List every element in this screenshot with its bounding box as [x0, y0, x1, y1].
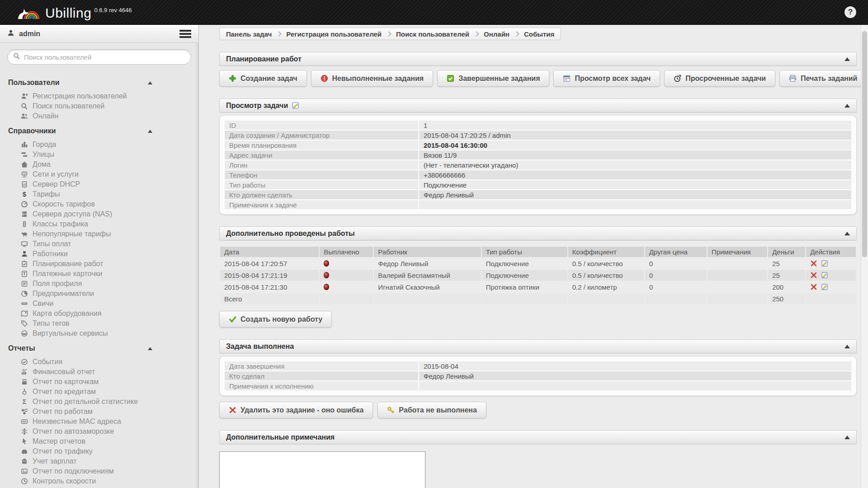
- works-cell: Протяжка оптики: [482, 282, 567, 292]
- planning-toolbar: Создание задачНевыполненные заданияЗавер…: [219, 70, 857, 87]
- sidebar-item[interactable]: Онлайн: [21, 111, 191, 121]
- delete-work-icon[interactable]: [810, 260, 817, 267]
- works-cell: 2015-08-04 17:21:30: [220, 282, 319, 292]
- breadcrumb-item[interactable]: Поиск пользователей: [392, 30, 474, 38]
- sidebar-item[interactable]: Поля профиля: [21, 279, 191, 289]
- sidebar-item[interactable]: Типы тегов: [21, 319, 191, 328]
- sidebar-item[interactable]: Улицы: [21, 150, 191, 160]
- edit-work-icon[interactable]: [821, 283, 828, 291]
- section-collapse-icon[interactable]: [148, 81, 152, 84]
- sidebar-item[interactable]: Отчет по работам: [21, 407, 191, 417]
- sidebar-item[interactable]: Сервера доступа (NAS): [21, 209, 191, 219]
- scrollbar-thumb[interactable]: [862, 31, 867, 257]
- collapse-arrow-icon[interactable]: [844, 345, 850, 348]
- sidebar-item-label: Отчет по кредитам: [33, 388, 96, 396]
- Невыполненные задания[interactable]: Невыполненные задания: [311, 70, 434, 87]
- search-input[interactable]: [24, 53, 185, 61]
- sidebar-item[interactable]: Дома: [21, 160, 191, 169]
- unpaid-dot-icon[interactable]: [324, 284, 329, 290]
- breadcrumb-item[interactable]: События: [519, 30, 559, 38]
- breadcrumb-item[interactable]: Панель задач: [222, 30, 276, 38]
- sidebar-item[interactable]: Контроль скорости: [21, 476, 191, 486]
- panel-done-header: Задача выполнена: [219, 339, 857, 353]
- sidebar-item-label: Поля профиля: [33, 280, 82, 288]
- paid-status-cell: [320, 282, 373, 292]
- works-cell: [708, 258, 767, 269]
- breadcrumb-separator-icon: [386, 31, 391, 36]
- main-area: Панель задачРегистрация пользователейПои…: [199, 25, 861, 488]
- sidebar-item[interactable]: NAНеизвестные MAC адреса: [21, 417, 191, 427]
- sidebar-item[interactable]: Отчет по кредитам: [21, 387, 191, 397]
- sidebar-item[interactable]: Виртуальные сервисы: [21, 328, 191, 338]
- delete-task-button[interactable]: Удалить это задание - оно ошибка: [219, 402, 373, 418]
- Завершенные задания[interactable]: Завершенные задания: [437, 70, 549, 87]
- delete-work-icon[interactable]: [810, 283, 817, 291]
- works-cell: 2015-08-04 17:20:57: [220, 258, 319, 269]
- collapse-arrow-icon[interactable]: [844, 436, 850, 439]
- Печать заданий[interactable]: Печать заданий: [779, 70, 861, 87]
- sidebar-item[interactable]: $Тарифы: [21, 189, 191, 199]
- sidebar-item[interactable]: Платежные карточки: [21, 269, 191, 279]
- breadcrumb-item[interactable]: Онлайн: [479, 30, 514, 38]
- sidebar-item-label: Виртуальные сервисы: [33, 329, 108, 338]
- svg-text:$: $: [23, 191, 27, 198]
- sidebar-item[interactable]: Карта оборудования: [21, 309, 191, 319]
- edit-task-icon[interactable]: [292, 102, 299, 109]
- sidebar-item-label: Типы оплат: [33, 240, 71, 248]
- sidebar-item[interactable]: Типы оплат: [21, 239, 191, 249]
- sidebar-item[interactable]: Отчет по подключениям: [21, 466, 191, 476]
- sidebar-item[interactable]: Свичи: [21, 299, 191, 309]
- sidebar-item[interactable]: Скорость тарифов: [21, 199, 191, 209]
- edit-work-icon[interactable]: [821, 260, 828, 267]
- edit-work-icon[interactable]: [821, 272, 828, 279]
- sidebar-item[interactable]: События: [21, 357, 191, 367]
- sidebar-item[interactable]: Отчет по карточкам: [21, 377, 191, 387]
- unpaid-dot-icon[interactable]: [324, 260, 329, 267]
- payment-type-icon: [21, 240, 29, 248]
- sidebar-item[interactable]: Отчет по автозаморозке: [21, 427, 191, 436]
- section-collapse-icon[interactable]: [148, 347, 152, 350]
- Создание задач[interactable]: Создание задач: [219, 70, 307, 87]
- works-table: ДатаВыплаченоРаботникТип работыКоэффицие…: [219, 246, 857, 305]
- breadcrumb-separator-icon: [277, 31, 282, 36]
- works-cell: 0: [645, 282, 707, 292]
- collapse-arrow-icon[interactable]: [844, 104, 850, 108]
- panel-works-title: Дополнительно проведены работы: [226, 230, 355, 238]
- sidebar-item-label: Классы трафика: [33, 220, 88, 228]
- sidebar-item[interactable]: Текущий кеш FDB: [21, 486, 191, 488]
- sidebar-item[interactable]: Отчет по трафику: [21, 446, 191, 456]
- Просроченные задачи[interactable]: Просроченные задачи: [664, 70, 775, 87]
- Просмотр всех задач[interactable]: Просмотр всех задач: [553, 70, 660, 87]
- sidebar-item[interactable]: Мастер отчетов: [21, 436, 191, 446]
- collapse-arrow-icon[interactable]: [844, 232, 850, 235]
- sidebar-item[interactable]: Непопулярные тарифы: [21, 229, 191, 239]
- sidebar-item[interactable]: Учет зарплат: [21, 456, 191, 466]
- breadcrumb-item[interactable]: Регистрация пользователей: [282, 30, 386, 38]
- sidebar-item[interactable]: Финансовый отчет: [21, 367, 191, 377]
- additional-notes-textarea[interactable]: [219, 451, 425, 488]
- row-label: Адрес задачи: [225, 150, 418, 160]
- sidebar-item[interactable]: Работники: [21, 249, 191, 259]
- works-cell: Подключение: [482, 270, 567, 281]
- delete-work-icon[interactable]: [810, 272, 817, 279]
- collapse-arrow-icon[interactable]: [844, 57, 850, 61]
- menu-toggle-icon[interactable]: [179, 28, 191, 39]
- sidebar-item[interactable]: Классы трафика: [21, 219, 191, 229]
- sidebar-item[interactable]: Регистрация пользователей: [21, 91, 191, 101]
- sidebar-item[interactable]: ΣОтчет по детальной статистике: [21, 397, 191, 407]
- work-not-done-button[interactable]: Работа не выполнена: [377, 402, 486, 418]
- sidebar-item-label: Скорость тарифов: [33, 200, 95, 208]
- unpaid-dot-icon[interactable]: [324, 272, 329, 278]
- sidebar-item[interactable]: Предприниматели: [21, 289, 191, 299]
- help-icon[interactable]: ?: [844, 6, 856, 18]
- works-cell: 0.2 / километр: [568, 282, 644, 292]
- section-collapse-icon[interactable]: [148, 130, 152, 133]
- car-icon: [21, 448, 29, 455]
- sidebar-item[interactable]: Города: [21, 140, 191, 150]
- sidebar-item[interactable]: 255Сети и услуги: [21, 169, 191, 179]
- sidebar-item[interactable]: Поиск пользователей: [21, 101, 191, 111]
- sidebar-item[interactable]: @Сервер DHCP: [21, 179, 191, 189]
- create-work-button[interactable]: Создать новую работу: [219, 311, 332, 328]
- sidebar-item[interactable]: Планирование работ: [21, 259, 191, 269]
- works-cell: 0: [645, 270, 707, 281]
